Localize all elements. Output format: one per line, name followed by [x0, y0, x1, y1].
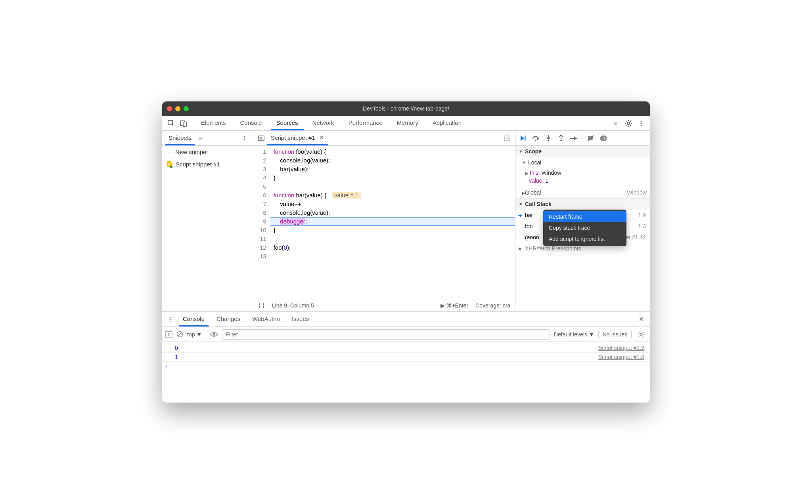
titlebar: DevTools - chrome://new-tab-page/	[162, 101, 650, 116]
drawer-menu-icon[interactable]	[165, 314, 176, 325]
pause-exceptions-icon[interactable]	[599, 134, 608, 143]
editor-area: Script snippet #1 ✕ 12345678910111213 fu…	[253, 131, 515, 311]
sidebar-menu-icon[interactable]	[239, 133, 250, 144]
live-expression-icon[interactable]	[210, 332, 218, 337]
snippet-item[interactable]: Script snippet #1	[162, 158, 253, 170]
run-snippet-button[interactable]: ▶ ⌘+Enter	[440, 302, 469, 309]
scope-local-header[interactable]: ▼Local	[515, 157, 650, 168]
deactivate-breakpoints-icon[interactable]	[586, 134, 595, 143]
svg-point-26	[640, 333, 642, 335]
code-editor[interactable]: 12345678910111213 function foo(value) { …	[253, 146, 515, 299]
scope-global-header[interactable]: ▶GlobalWindow	[515, 187, 650, 198]
debugger-pane: ▼Scope ▼Local ▶this: Window value: 1 ▶Gl…	[515, 131, 650, 311]
svg-point-20	[170, 317, 172, 318]
drawer-tab-webauthn[interactable]: WebAuthn	[248, 312, 284, 326]
editor-statusbar: { } Line 9, Column 5 ▶ ⌘+Enter Coverage:…	[253, 299, 515, 311]
ctx-item[interactable]: Restart frame	[543, 211, 626, 222]
svg-point-16	[560, 140, 562, 141]
editor-tab[interactable]: Script snippet #1 ✕	[267, 131, 328, 145]
svg-point-8	[244, 137, 245, 139]
console-message: 0Script snippet #1:2	[162, 344, 650, 353]
svg-point-15	[548, 140, 549, 141]
close-drawer-icon[interactable]: ✕	[636, 314, 647, 325]
cursor-position: Line 9, Column 5	[272, 302, 314, 309]
snippet-icon	[166, 160, 172, 168]
svg-rect-13	[525, 136, 526, 141]
levels-selector[interactable]: Default levels ▼	[554, 331, 594, 338]
ctx-item[interactable]: Add script to ignore list	[543, 233, 626, 244]
svg-rect-23	[166, 332, 172, 337]
main-tabs: ElementsConsoleSourcesNetworkPerformance…	[195, 116, 608, 130]
drawer-tab-changes[interactable]: Changes	[213, 312, 244, 326]
issues-button[interactable]: No Issues	[598, 330, 632, 339]
svg-point-22	[170, 321, 172, 322]
console-settings-icon[interactable]	[636, 329, 647, 340]
scope-this[interactable]: ▶this: Window	[523, 169, 650, 177]
svg-point-25	[213, 333, 215, 336]
inspect-icon[interactable]	[165, 118, 176, 129]
toggle-debugger-icon[interactable]	[502, 133, 513, 144]
close-tab-icon[interactable]: ✕	[319, 134, 324, 141]
toggle-navigator-icon[interactable]	[256, 133, 267, 144]
tab-network[interactable]: Network	[307, 116, 340, 130]
window-title: DevTools - chrome://new-tab-page/	[162, 105, 650, 112]
svg-rect-2	[183, 122, 186, 126]
callstack-header[interactable]: ▼Call Stack	[515, 199, 650, 210]
coverage-label: Coverage: n/a	[475, 302, 510, 309]
step-out-icon[interactable]	[557, 134, 565, 143]
svg-point-17	[576, 137, 577, 139]
sources-sidebar: Snippets » ＋ New snippet Script snippet …	[162, 131, 253, 311]
context-selector[interactable]: top ▼	[187, 331, 206, 338]
more-tabs-icon[interactable]: »	[610, 120, 621, 127]
svg-point-3	[627, 122, 630, 124]
step-over-icon[interactable]	[531, 134, 540, 143]
resume-icon[interactable]	[519, 134, 527, 143]
context-menu: Restart frameCopy stack traceAdd script …	[543, 210, 626, 246]
tab-sources[interactable]: Sources	[271, 116, 304, 130]
svg-point-4	[640, 120, 642, 122]
main-toolbar: ElementsConsoleSourcesNetworkPerformance…	[162, 116, 650, 131]
svg-point-6	[640, 124, 642, 126]
drawer: ConsoleChangesWebAuthnIssues ✕ top ▼ Def…	[162, 311, 650, 403]
svg-rect-11	[259, 136, 264, 141]
drawer-tab-issues[interactable]: Issues	[288, 312, 313, 326]
tab-console[interactable]: Console	[235, 116, 268, 130]
svg-point-9	[244, 139, 245, 141]
clear-console-icon[interactable]	[176, 331, 183, 338]
drawer-tab-console[interactable]: Console	[179, 312, 209, 326]
kebab-menu-icon[interactable]	[636, 118, 647, 129]
svg-rect-18	[603, 137, 603, 140]
tab-application[interactable]: Application	[427, 116, 467, 130]
svg-point-14	[535, 139, 536, 141]
sidebar-more-icon[interactable]: »	[195, 135, 206, 142]
ctx-item[interactable]: Copy stack trace	[543, 222, 626, 233]
settings-icon[interactable]	[623, 118, 634, 129]
tab-memory[interactable]: Memory	[391, 116, 424, 130]
new-snippet-button[interactable]: ＋ New snippet	[162, 146, 253, 158]
console-sidebar-toggle-icon[interactable]	[165, 331, 172, 338]
device-toggle-icon[interactable]	[178, 118, 189, 129]
svg-point-7	[244, 136, 245, 137]
step-into-icon[interactable]	[544, 134, 553, 143]
svg-point-21	[170, 319, 172, 320]
tab-performance[interactable]: Performance	[343, 116, 388, 130]
snippets-tab[interactable]: Snippets	[165, 131, 195, 145]
scope-value[interactable]: value: 1	[523, 177, 650, 185]
svg-rect-19	[604, 137, 605, 140]
plus-icon: ＋	[166, 148, 172, 156]
pretty-print-icon[interactable]: { }	[258, 302, 265, 309]
step-icon[interactable]	[569, 134, 578, 143]
svg-point-5	[640, 122, 642, 124]
tab-elements[interactable]: Elements	[195, 116, 232, 130]
scope-header[interactable]: ▼Scope	[515, 146, 650, 157]
filter-input[interactable]	[222, 329, 550, 340]
svg-rect-12	[504, 136, 510, 141]
console-prompt[interactable]: ›	[162, 362, 650, 370]
console-message: 1Script snippet #1:8	[162, 353, 650, 362]
